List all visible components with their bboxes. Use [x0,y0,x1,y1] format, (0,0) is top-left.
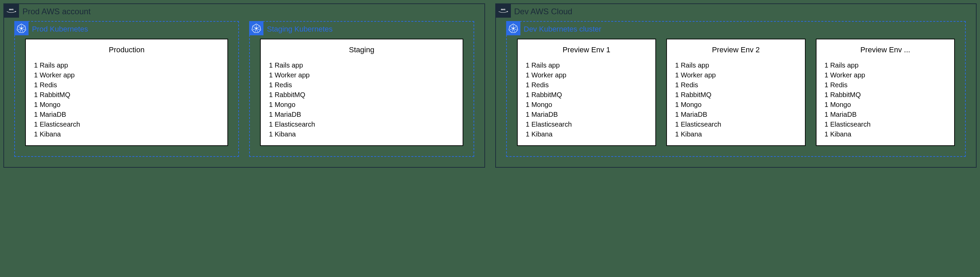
environment-box: Preview Env 11 Rails app1 Worker app1 Re… [517,39,656,146]
aws-account: aws Prod AWS account Prod KubernetesProd… [3,3,485,168]
environment-item: 1 MariaDB [526,110,648,119]
kubernetes-cluster: Prod KubernetesProduction1 Rails app1 Wo… [14,21,239,157]
aws-account-title: Prod AWS account [22,5,91,16]
kubernetes-cluster: Staging KubernetesStaging1 Rails app1 Wo… [249,21,474,157]
environment-item: 1 Kibana [825,129,947,139]
kubernetes-clusters-row: Dev Kubernetes clusterPreview Env 11 Rai… [506,21,966,157]
environment-item: 1 Mongo [34,100,219,110]
environment-item: 1 Worker app [675,70,797,80]
environments-row: Preview Env 11 Rails app1 Worker app1 Re… [517,39,955,146]
aws-logo-icon: aws [495,3,511,17]
environment-item: 1 Kibana [269,129,454,139]
svg-text:aws: aws [9,8,13,11]
kubernetes-cluster-title: Dev Kubernetes cluster [524,23,602,33]
environment-box: Staging1 Rails app1 Worker app1 Redis1 R… [260,39,463,146]
environment-item: 1 Elasticsearch [34,119,219,129]
environment-item: 1 Kibana [526,129,648,139]
aws-account: aws Dev AWS Cloud Dev Kubernetes cluster… [495,3,977,168]
environment-item: 1 MariaDB [675,110,797,119]
environment-item: 1 RabbitMQ [269,90,454,100]
environment-item: 1 Worker app [526,70,648,80]
environment-item: 1 MariaDB [825,110,947,119]
environment-item: 1 Rails app [526,60,648,70]
environment-box: Production1 Rails app1 Worker app1 Redis… [25,39,228,146]
environment-item: 1 Elasticsearch [675,119,797,129]
environment-item: 1 Worker app [34,70,219,80]
environment-item: 1 Elasticsearch [526,119,648,129]
kubernetes-cluster-header: Dev Kubernetes cluster [506,21,602,35]
environment-item: 1 Redis [269,80,454,90]
environment-item: 1 Elasticsearch [269,119,454,129]
environment-title: Preview Env ... [825,46,947,54]
environment-item: 1 Mongo [825,100,947,110]
environment-item: 1 MariaDB [269,110,454,119]
kubernetes-cluster-header: Prod Kubernetes [14,21,88,35]
aws-account-title: Dev AWS Cloud [514,5,573,16]
environment-item: 1 Rails app [269,60,454,70]
svg-line-9 [19,27,21,28]
environment-item: 1 MariaDB [34,110,219,119]
aws-logo-icon: aws [3,3,19,17]
environment-title: Preview Env 1 [526,46,648,54]
environments-row: Staging1 Rails app1 Worker app1 Redis1 R… [260,39,463,146]
environment-item: 1 Redis [675,80,797,90]
environment-item: 1 Redis [34,80,219,90]
kubernetes-cluster: Dev Kubernetes clusterPreview Env 11 Rai… [506,21,966,157]
environment-item: 1 Rails app [34,60,219,70]
svg-line-4 [21,27,24,28]
kubernetes-icon [14,21,29,35]
environment-item: 1 Worker app [269,70,454,80]
aws-account-header: aws Dev AWS Cloud [495,3,573,17]
environment-item: 1 RabbitMQ [34,90,219,100]
environment-item: 1 Mongo [269,100,454,110]
environment-item: 1 RabbitMQ [526,90,648,100]
environment-item: 1 Rails app [825,60,947,70]
environment-title: Production [34,46,219,54]
environment-item: 1 Rails app [675,60,797,70]
environment-item: 1 Kibana [675,129,797,139]
aws-account-header: aws Prod AWS account [3,3,91,17]
kubernetes-icon [249,21,263,35]
environment-item: 1 Elasticsearch [825,119,947,129]
kubernetes-cluster-title: Staging Kubernetes [267,23,332,33]
environment-item: 1 RabbitMQ [825,90,947,100]
environment-box: Preview Env 21 Rails app1 Worker app1 Re… [666,39,806,146]
environment-item: 1 Worker app [825,70,947,80]
svg-line-23 [513,27,516,28]
svg-line-18 [254,27,256,28]
environment-item: 1 Redis [825,80,947,90]
environment-item: 1 Redis [526,80,648,90]
svg-text:aws: aws [501,8,505,11]
environments-row: Production1 Rails app1 Worker app1 Redis… [25,39,228,146]
svg-line-28 [510,27,513,28]
environment-item: 1 Kibana [34,129,219,139]
kubernetes-cluster-title: Prod Kubernetes [32,23,88,33]
environment-item: 1 RabbitMQ [675,90,797,100]
kubernetes-clusters-row: Prod KubernetesProduction1 Rails app1 Wo… [14,21,474,157]
environment-item: 1 Mongo [526,100,648,110]
kubernetes-cluster-header: Staging Kubernetes [249,21,332,35]
environment-box: Preview Env ...1 Rails app1 Worker app1 … [816,39,955,146]
environment-title: Preview Env 2 [675,46,797,54]
svg-line-13 [256,27,259,28]
kubernetes-icon [506,21,520,35]
environment-item: 1 Mongo [675,100,797,110]
environment-title: Staging [269,46,454,54]
